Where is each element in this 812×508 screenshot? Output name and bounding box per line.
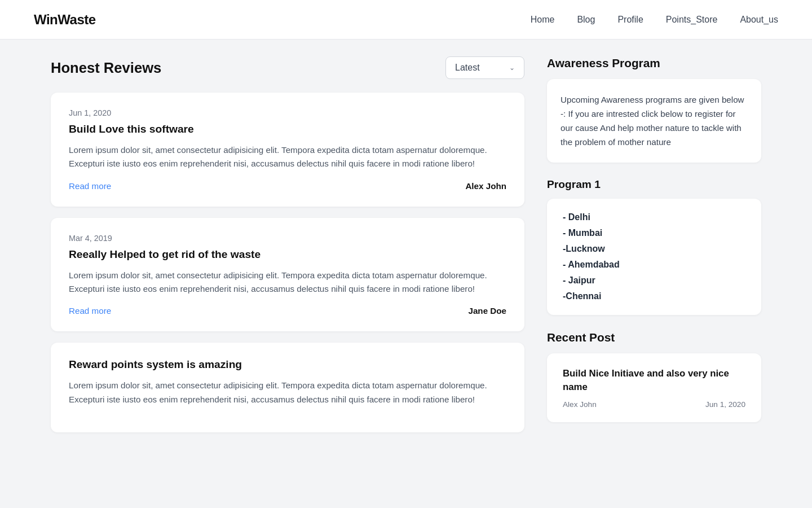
read-more-link[interactable]: Read more	[69, 181, 111, 191]
recent-post-author: Alex John	[563, 400, 597, 409]
city-item: - Delhi	[563, 212, 745, 222]
review-card: Jun 1, 2020 Build Love this software Lor…	[51, 93, 524, 207]
main-nav: Home Blog Profile Points_Store About_us	[531, 15, 778, 25]
main-section: Honest Reviews Latest ⌄ Jun 1, 2020 Buil…	[51, 56, 524, 444]
read-more-link[interactable]: Read more	[69, 306, 111, 316]
program-card: - Delhi - Mumbai -Lucknow - Ahemdabad - …	[547, 199, 761, 315]
recent-post-card: Build Nice Initiave and also very nice n…	[547, 353, 761, 422]
city-item: - Jaipur	[563, 275, 745, 286]
section-title: Honest Reviews	[51, 60, 161, 76]
city-item: -Chennai	[563, 291, 745, 301]
review-card: Reward points system is amazing Lorem ip…	[51, 343, 524, 432]
review-footer: Read more Jane Doe	[69, 306, 506, 316]
awareness-text: Upcoming Awareness programs are given be…	[561, 93, 748, 149]
recent-post-meta: Alex John Jun 1, 2020	[563, 400, 745, 409]
city-item: - Ahemdabad	[563, 260, 745, 270]
recent-post-title-heading: Recent Post	[547, 331, 761, 344]
author-name: Alex John	[465, 181, 506, 191]
nav-points-store[interactable]: Points_Store	[666, 15, 718, 25]
page-wrapper: Honest Reviews Latest ⌄ Jun 1, 2020 Buil…	[17, 40, 795, 461]
sidebar: Awareness Program Upcoming Awareness pro…	[547, 56, 761, 444]
nav-profile[interactable]: Profile	[617, 15, 643, 25]
review-date: Jun 1, 2020	[69, 108, 506, 117]
author-name: Jane Doe	[468, 306, 506, 316]
review-body: Lorem ipsum dolor sit, amet consectetur …	[69, 379, 506, 406]
logo: WinWaste	[34, 12, 96, 28]
review-body: Lorem ipsum dolor sit, amet consectetur …	[69, 143, 506, 171]
nav-about-us[interactable]: About_us	[740, 15, 778, 25]
review-body: Lorem ipsum dolor sit, amet consectetur …	[69, 269, 506, 296]
program-section: Program 1 - Delhi - Mumbai -Lucknow - Ah…	[547, 178, 761, 315]
review-date: Mar 4, 2019	[69, 234, 506, 243]
recent-post-date: Jun 1, 2020	[705, 400, 745, 409]
review-footer: Read more Alex John	[69, 181, 506, 191]
review-card: Mar 4, 2019 Reeally Helped to get rid of…	[51, 218, 524, 332]
section-header: Honest Reviews Latest ⌄	[51, 56, 524, 79]
nav-home[interactable]: Home	[531, 15, 555, 25]
filter-label: Latest	[455, 63, 480, 73]
program-title: Program 1	[547, 178, 761, 191]
awareness-card: Upcoming Awareness programs are given be…	[547, 79, 761, 163]
recent-post-article-title: Build Nice Initiave and also very nice n…	[563, 367, 745, 393]
nav-blog[interactable]: Blog	[577, 15, 595, 25]
chevron-down-icon: ⌄	[509, 64, 515, 72]
review-title: Build Love this software	[69, 123, 506, 135]
city-item: -Lucknow	[563, 244, 745, 254]
header: WinWaste Home Blog Profile Points_Store …	[0, 0, 812, 40]
awareness-title: Awareness Program	[547, 56, 761, 70]
city-item: - Mumbai	[563, 228, 745, 238]
recent-post-section: Recent Post Build Nice Initiave and also…	[547, 331, 761, 422]
review-title: Reward points system is amazing	[69, 358, 506, 371]
awareness-section: Awareness Program Upcoming Awareness pro…	[547, 56, 761, 163]
filter-dropdown[interactable]: Latest ⌄	[445, 56, 524, 79]
review-title: Reeally Helped to get rid of the waste	[69, 248, 506, 261]
